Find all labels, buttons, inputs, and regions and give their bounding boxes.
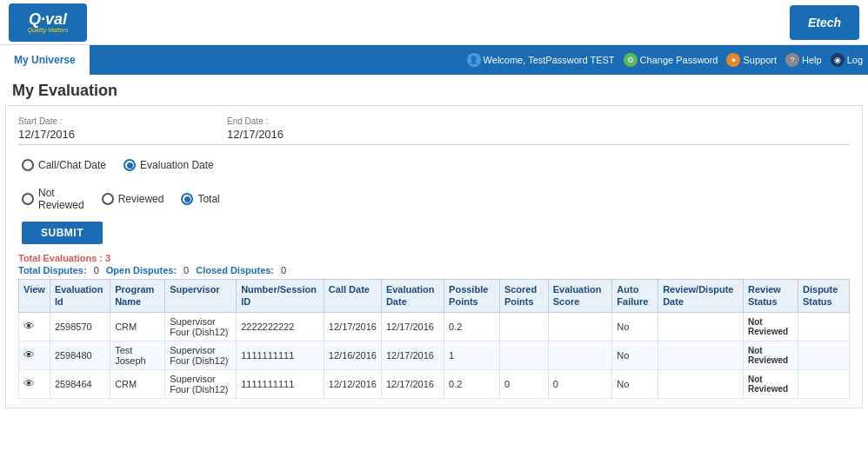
support-icon: ● — [726, 53, 740, 67]
col-call-date: Call Date — [324, 280, 381, 313]
my-universe-tab[interactable]: My Universe — [0, 45, 90, 75]
cell-auto-failure: No — [612, 341, 658, 369]
help-item[interactable]: ? Help — [785, 53, 822, 67]
evaluation-date-radio-inner — [127, 162, 133, 169]
log-icon: ◉ — [831, 53, 845, 67]
col-review-status: Review Status — [744, 280, 798, 313]
col-scored-points: Scored Points — [499, 280, 548, 313]
evaluation-date-label: Evaluation Date — [140, 159, 214, 171]
cell-eval-score: 0 — [548, 369, 612, 398]
cell-review-status: Not Reviewed — [744, 369, 798, 398]
col-possible-points: Possible Points — [444, 280, 500, 313]
cell-call-date: 12/12/2016 — [324, 369, 381, 398]
cell-auto-failure: No — [612, 369, 658, 398]
cell-program: CRM — [110, 312, 165, 341]
cell-number-session: 2222222222 — [237, 312, 324, 341]
submit-button[interactable]: SUBMIT — [22, 222, 103, 244]
cell-review-dispute-date — [658, 341, 744, 369]
evaluations-table: View Evaluation Id Program Name Supervis… — [18, 279, 850, 399]
col-review-dispute-date: Review/Dispute Date — [658, 280, 744, 313]
total-disputes-label: Total Disputes: — [18, 265, 87, 275]
cell-scored-points — [499, 341, 548, 369]
cell-program: CRM — [110, 369, 165, 398]
cell-eval-date: 12/17/2016 — [381, 312, 444, 341]
user-icon: 👤 — [467, 53, 481, 67]
reviewed-radio[interactable]: Reviewed — [102, 193, 164, 205]
etech-logo: Etech — [790, 5, 859, 40]
cell-number-session: 1111111111 — [237, 369, 324, 398]
call-chat-date-radio-outer — [22, 159, 34, 171]
total-radio-outer — [181, 193, 193, 205]
cell-supervisor: Supervisor Four (Dish12) — [165, 369, 237, 398]
evaluation-date-radio[interactable]: Evaluation Date — [124, 159, 214, 171]
cell-possible-points: 0.2 — [444, 369, 500, 398]
reviewed-label: Reviewed — [118, 193, 164, 205]
col-eval-date: Evaluation Date — [381, 280, 444, 313]
cell-view[interactable]: 👁 — [19, 312, 50, 341]
cell-review-status: Not Reviewed — [744, 341, 798, 369]
col-number-session: Number/Session ID — [237, 280, 324, 313]
cell-review-dispute-date — [658, 312, 744, 341]
log-label: Log — [847, 55, 863, 65]
change-password-label: Change Password — [640, 55, 718, 65]
cell-call-date: 12/16/2016 — [324, 341, 381, 369]
qeval-logo-sub: Quality Matters — [27, 27, 68, 33]
nav-right: 👤 Welcome, TestPassword TEST ⚙ Change Pa… — [467, 53, 868, 67]
col-supervisor: Supervisor — [165, 280, 237, 313]
review-status-radio-row: NotReviewed Reviewed Total — [18, 180, 850, 215]
cell-view[interactable]: 👁 — [19, 341, 50, 369]
end-date-field: End Date : 12/17/2016 — [227, 116, 418, 141]
cell-eval-id[interactable]: 2598480 — [50, 341, 110, 369]
total-radio[interactable]: Total — [181, 193, 219, 205]
log-item[interactable]: ◉ Log — [831, 53, 863, 67]
not-reviewed-radio[interactable]: NotReviewed — [22, 187, 84, 211]
end-date-label: End Date : — [227, 116, 418, 126]
call-chat-date-radio[interactable]: Call/Chat Date — [22, 159, 106, 171]
table-row: 👁2598570CRMSupervisor Four (Dish12)22222… — [19, 312, 850, 341]
logo-left: Q·val Quality Matters — [9, 3, 87, 42]
welcome-text: Welcome, TestPassword TEST — [484, 55, 615, 65]
table-row: 👁2598464CRMSupervisor Four (Dish12)11111… — [19, 369, 850, 398]
cell-eval-id[interactable]: 2598464 — [50, 369, 110, 398]
welcome-item: 👤 Welcome, TestPassword TEST — [467, 53, 615, 67]
col-eval-id: Evaluation Id — [50, 280, 110, 313]
not-reviewed-label: NotReviewed — [38, 187, 84, 211]
date-row: Start Date : 12/17/2016 End Date : 12/17… — [18, 109, 850, 145]
help-label: Help — [802, 55, 822, 65]
cell-eval-score — [548, 312, 612, 341]
cell-dispute-status — [798, 312, 850, 341]
col-dispute-status: Dispute Status — [798, 280, 850, 313]
not-reviewed-radio-outer — [22, 193, 34, 205]
qeval-logo-text: Q·val — [29, 11, 67, 27]
start-date-field: Start Date : 12/17/2016 — [18, 116, 210, 141]
change-password-icon: ⚙ — [624, 53, 638, 67]
change-password-item[interactable]: ⚙ Change Password — [624, 53, 718, 67]
col-auto-failure: Auto Failure — [612, 280, 658, 313]
top-header: Q·val Quality Matters Etech — [0, 0, 868, 45]
cell-review-dispute-date — [658, 369, 744, 398]
cell-dispute-status — [798, 369, 850, 398]
cell-eval-id[interactable]: 2598570 — [50, 312, 110, 341]
cell-possible-points: 0.2 — [444, 312, 500, 341]
closed-disputes-label: Closed Disputes: — [196, 265, 274, 275]
etech-logo-text: Etech — [808, 16, 841, 30]
nav-bar: My Universe 👤 Welcome, TestPassword TEST… — [0, 45, 868, 75]
reviewed-radio-outer — [102, 193, 114, 205]
cell-supervisor: Supervisor Four (Dish12) — [165, 312, 237, 341]
open-disputes-label: Open Disputes: — [106, 265, 177, 275]
start-date-label: Start Date : — [18, 116, 210, 126]
cell-supervisor: Supervisor Four (Dish12) — [165, 341, 237, 369]
table-row: 👁2598480Test JosephSupervisor Four (Dish… — [19, 341, 850, 369]
col-program: Program Name — [110, 280, 165, 313]
support-label: Support — [743, 55, 777, 65]
page-title: My Evaluation — [0, 75, 868, 105]
cell-review-status: Not Reviewed — [744, 312, 798, 341]
cell-scored-points: 0 — [499, 369, 548, 398]
support-item[interactable]: ● Support — [726, 53, 777, 67]
cell-eval-date: 12/17/2016 — [381, 341, 444, 369]
total-label: Total — [197, 193, 219, 205]
closed-disputes-value: 0 — [281, 265, 286, 275]
total-disputes-value: 0 — [94, 265, 99, 275]
cell-scored-points — [499, 312, 548, 341]
cell-view[interactable]: 👁 — [19, 369, 50, 398]
